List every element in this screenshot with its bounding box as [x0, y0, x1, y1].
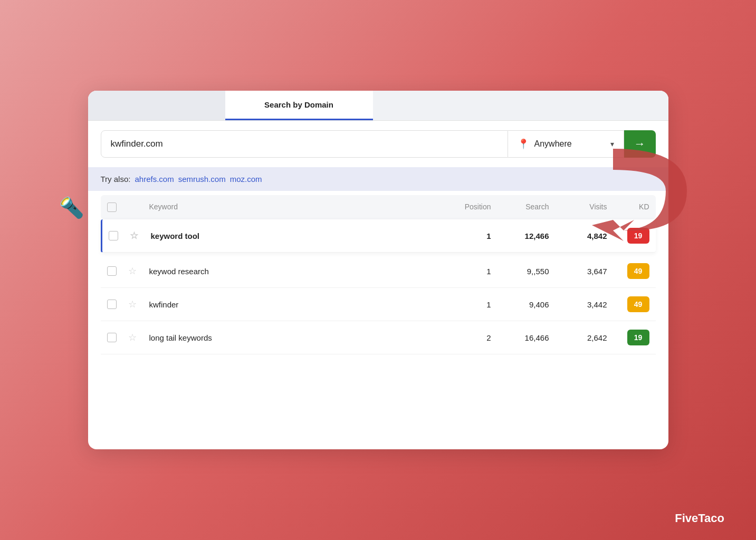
row-keyword: kwfinder: [149, 300, 433, 309]
row-kd: 49: [607, 263, 649, 279]
row-star-cell: ☆: [130, 230, 151, 242]
header-search: Search: [491, 202, 549, 212]
kd-badge: 49: [627, 263, 649, 279]
kd-badge: 19: [627, 228, 649, 244]
main-card: 🔦 Search by Domain 📍 Anywhere ▾ → Try al…: [88, 91, 668, 449]
search-arrow-icon: →: [634, 137, 646, 151]
row-checkbox-cell: [109, 231, 130, 240]
tab-search-domain-label: Search by Domain: [264, 100, 333, 109]
tab-bar: Search by Domain: [88, 91, 668, 121]
table-header: Keyword Position Search Visits KD: [101, 195, 656, 219]
kd-badge: 49: [627, 296, 649, 312]
location-selector[interactable]: 📍 Anywhere ▾: [508, 130, 624, 158]
row-position: 1: [433, 267, 491, 276]
row-keyword: keywod research: [149, 267, 433, 276]
location-icon: 📍: [518, 138, 529, 150]
row-search: 9,,550: [491, 267, 549, 276]
try-also-link-ahrefs[interactable]: ahrefs.com: [135, 175, 174, 184]
row-keyword: long tail keywords: [149, 333, 433, 342]
table-wrapper: Keyword Position Search Visits KD ☆ keyw…: [88, 195, 668, 367]
table-row: ☆ keywod research 1 9,,550 3,647 49: [101, 255, 656, 288]
star-icon[interactable]: ☆: [128, 332, 137, 343]
tab-inactive[interactable]: [88, 91, 225, 120]
row-checkbox[interactable]: [109, 231, 118, 240]
row-visits: 3,647: [549, 267, 607, 276]
star-icon[interactable]: ☆: [128, 299, 137, 310]
kd-badge: 19: [627, 330, 649, 345]
header-kd: KD: [607, 202, 649, 212]
header-checkbox-box[interactable]: [107, 202, 117, 212]
row-visits: 2,642: [549, 333, 607, 342]
row-star-cell: ☆: [128, 332, 149, 343]
search-button[interactable]: →: [624, 130, 656, 158]
row-visits: 4,842: [549, 232, 607, 240]
search-row: 📍 Anywhere ▾ →: [88, 121, 668, 167]
try-also-bar: Try also: ahrefs.com semrush.com moz.com: [88, 167, 668, 191]
row-position: 2: [433, 333, 491, 342]
row-kd: 19: [607, 228, 649, 244]
row-search: 12,466: [491, 232, 549, 240]
row-search: 9,406: [491, 300, 549, 309]
tool-decoration: 🔦: [59, 196, 84, 219]
try-also-label: Try also:: [101, 175, 131, 184]
row-checkbox-cell: [107, 333, 128, 342]
row-checkbox[interactable]: [107, 300, 117, 309]
row-kd: 19: [607, 330, 649, 345]
header-checkbox: [107, 202, 128, 212]
domain-input-wrapper: [101, 130, 508, 158]
brand-label: FiveTaco: [675, 512, 724, 525]
row-checkbox[interactable]: [107, 266, 117, 276]
tab-search-domain[interactable]: Search by Domain: [225, 91, 373, 120]
star-icon[interactable]: ☆: [128, 266, 137, 276]
table-row: ☆ long tail keywords 2 16,466 2,642 19: [101, 321, 656, 354]
location-text: Anywhere: [534, 139, 605, 149]
row-kd: 49: [607, 296, 649, 312]
row-checkbox-cell: [107, 300, 128, 309]
star-icon[interactable]: ☆: [130, 230, 138, 241]
table-row: ☆ kwfinder 1 9,406 3,442 49: [101, 288, 656, 321]
domain-input[interactable]: [111, 139, 498, 149]
row-checkbox[interactable]: [107, 333, 117, 342]
row-star-cell: ☆: [128, 298, 149, 310]
row-keyword: keyword tool: [151, 232, 433, 240]
table-row: ☆ keyword tool 1 12,466 4,842 19: [101, 219, 656, 253]
row-checkbox-cell: [107, 266, 128, 276]
row-star-cell: ☆: [128, 265, 149, 277]
row-position: 1: [433, 300, 491, 309]
try-also-link-moz[interactable]: moz.com: [230, 175, 262, 184]
header-star: [128, 202, 149, 212]
row-search: 16,466: [491, 333, 549, 342]
table-body: ☆ keyword tool 1 12,466 4,842 19 ☆ keywo…: [101, 219, 656, 354]
chevron-down-icon: ▾: [610, 140, 614, 148]
row-visits: 3,442: [549, 300, 607, 309]
header-visits: Visits: [549, 202, 607, 212]
row-position: 1: [433, 232, 491, 240]
try-also-link-semrush[interactable]: semrush.com: [178, 175, 226, 184]
header-keyword: Keyword: [149, 202, 433, 212]
header-position: Position: [433, 202, 491, 212]
